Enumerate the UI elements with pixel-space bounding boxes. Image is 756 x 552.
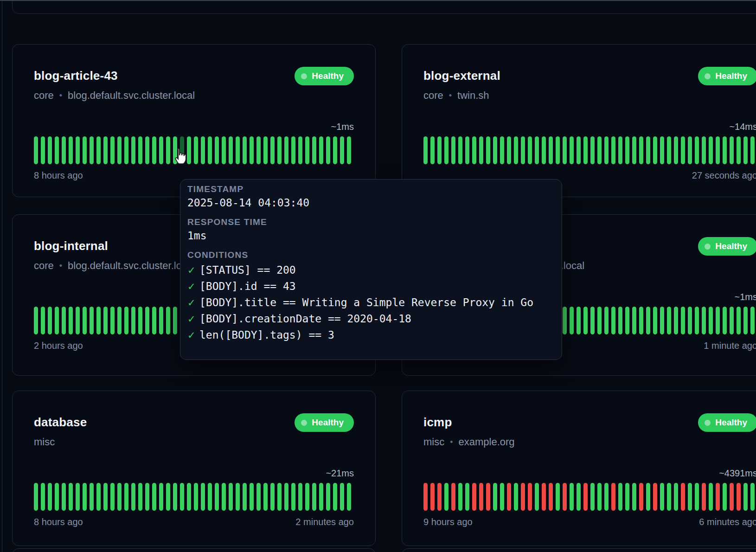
uptime-bar[interactable]	[486, 483, 490, 511]
endpoint-card-database[interactable]: database Healthy misc ~21ms 8 hours ago …	[12, 391, 376, 546]
uptime-bar[interactable]	[667, 483, 671, 511]
uptime-bar[interactable]	[55, 483, 59, 511]
uptime-bar[interactable]	[750, 136, 755, 164]
uptime-bar[interactable]	[632, 307, 636, 334]
uptime-bar[interactable]	[145, 307, 149, 334]
uptime-bar[interactable]	[535, 136, 539, 164]
uptime-bar[interactable]	[583, 136, 588, 164]
uptime-bar[interactable]	[96, 307, 101, 334]
uptime-bar[interactable]	[138, 136, 142, 164]
uptime-bar[interactable]	[312, 136, 316, 164]
uptime-bar[interactable]	[41, 307, 45, 334]
uptime-bar[interactable]	[667, 136, 671, 164]
uptime-bar[interactable]	[653, 307, 657, 334]
uptime-bar[interactable]	[639, 307, 643, 334]
uptime-bar[interactable]	[34, 307, 38, 334]
uptime-bar[interactable]	[660, 307, 664, 334]
uptime-bar[interactable]	[215, 136, 219, 164]
uptime-bar[interactable]	[493, 483, 497, 511]
uptime-bar[interactable]	[117, 136, 122, 164]
uptime-bar[interactable]	[549, 483, 553, 511]
uptime-bar[interactable]	[702, 136, 706, 164]
uptime-bar[interactable]	[298, 483, 302, 511]
uptime-bar[interactable]	[737, 483, 741, 511]
uptime-bar[interactable]	[549, 136, 553, 164]
uptime-bar[interactable]	[110, 483, 115, 511]
uptime-bar[interactable]	[145, 483, 149, 511]
uptime-bar[interactable]	[604, 136, 609, 164]
uptime-bar[interactable]	[423, 136, 428, 164]
uptime-bar[interactable]	[152, 136, 156, 164]
uptime-bar[interactable]	[625, 483, 629, 511]
uptime-bar[interactable]	[423, 483, 428, 511]
uptime-bar[interactable]	[444, 483, 448, 511]
uptime-bar[interactable]	[716, 136, 720, 164]
uptime-bar[interactable]	[131, 307, 135, 334]
uptime-bar[interactable]	[69, 136, 73, 164]
uptime-bar[interactable]	[639, 136, 643, 164]
uptime-bar[interactable]	[465, 483, 469, 511]
uptime-bar[interactable]	[542, 136, 546, 164]
uptime-bar[interactable]	[284, 483, 288, 511]
uptime-bar[interactable]	[681, 483, 685, 511]
uptime-bar[interactable]	[90, 483, 94, 511]
uptime-bar[interactable]	[556, 483, 560, 511]
uptime-bar[interactable]	[194, 483, 198, 511]
uptime-bar[interactable]	[709, 136, 713, 164]
uptime-bar[interactable]	[688, 307, 692, 334]
uptime-bar[interactable]	[521, 483, 525, 511]
uptime-bar[interactable]	[319, 483, 323, 511]
uptime-bar[interactable]	[730, 136, 734, 164]
uptime-bar[interactable]	[34, 136, 38, 164]
uptime-bar[interactable]	[743, 483, 748, 511]
uptime-bar[interactable]	[653, 136, 657, 164]
uptime-bar[interactable]	[117, 307, 122, 334]
uptime-bar[interactable]	[444, 136, 448, 164]
uptime-bar[interactable]	[96, 136, 101, 164]
uptime-bar[interactable]	[493, 136, 497, 164]
endpoint-card-icmp[interactable]: icmp Healthy misc • example.org ~4391ms …	[402, 391, 756, 546]
uptime-bar[interactable]	[340, 136, 344, 164]
uptime-bar[interactable]	[243, 483, 247, 511]
uptime-bar[interactable]	[117, 483, 122, 511]
uptime-bar[interactable]	[103, 483, 108, 511]
uptime-bar[interactable]	[110, 136, 115, 164]
uptime-bar[interactable]	[695, 136, 699, 164]
uptime-bar[interactable]	[486, 136, 490, 164]
uptime-bar[interactable]	[305, 483, 309, 511]
uptime-bar[interactable]	[737, 307, 741, 334]
uptime-bar[interactable]	[131, 136, 135, 164]
uptime-bar[interactable]	[660, 483, 664, 511]
uptime-bar[interactable]	[611, 307, 615, 334]
uptime-bar[interactable]	[229, 483, 233, 511]
uptime-bar[interactable]	[270, 483, 275, 511]
uptime-bar[interactable]	[479, 483, 483, 511]
uptime-bar[interactable]	[76, 483, 80, 511]
uptime-bar[interactable]	[709, 307, 713, 334]
uptime-bar[interactable]	[716, 483, 720, 511]
uptime-bar[interactable]	[646, 307, 650, 334]
uptime-bar[interactable]	[298, 136, 302, 164]
uptime-bar[interactable]	[528, 136, 532, 164]
endpoint-card-blog-external[interactable]: blog-external Healthy core • twin.sh ~14…	[402, 44, 756, 197]
uptime-bar[interactable]	[201, 483, 205, 511]
uptime-bar[interactable]	[110, 307, 115, 334]
uptime-bar[interactable]	[507, 136, 511, 164]
uptime-bar[interactable]	[263, 136, 268, 164]
uptime-bar[interactable]	[660, 136, 664, 164]
card-partial-top[interactable]	[12, 0, 756, 14]
uptime-bar[interactable]	[103, 307, 108, 334]
uptime-bar[interactable]	[688, 136, 692, 164]
uptime-bar[interactable]	[166, 307, 170, 334]
uptime-bar[interactable]	[55, 136, 59, 164]
uptime-bar[interactable]	[48, 307, 52, 334]
uptime-bar[interactable]	[750, 307, 755, 334]
uptime-bar[interactable]	[243, 136, 247, 164]
uptime-bar[interactable]	[583, 307, 588, 334]
uptime-bar[interactable]	[152, 483, 156, 511]
uptime-bar[interactable]	[570, 136, 574, 164]
uptime-bar[interactable]	[333, 136, 337, 164]
card-partial-bottom-left[interactable]	[12, 548, 376, 552]
uptime-bar[interactable]	[577, 136, 581, 164]
uptime-bar[interactable]	[639, 483, 643, 511]
